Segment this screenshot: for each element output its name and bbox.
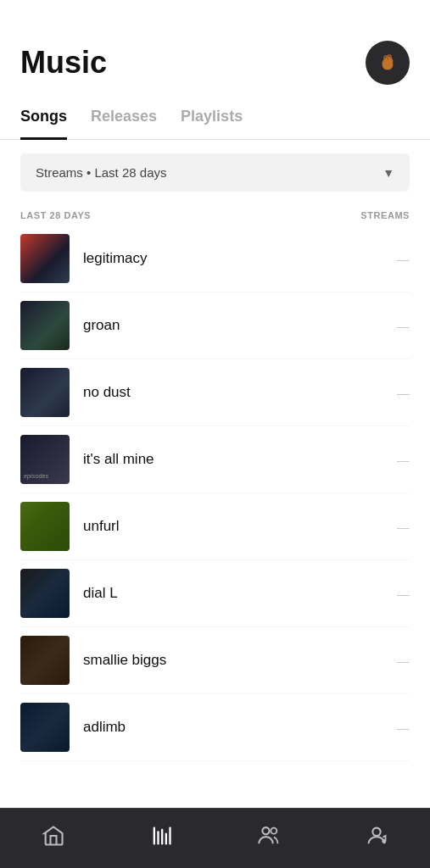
song-streams: — [376,654,410,668]
song-streams: — [376,520,410,534]
nav-profile[interactable] [356,821,397,851]
list-item[interactable]: episodes it's all mine — [20,426,410,493]
svg-point-6 [262,827,269,834]
song-thumbnail [20,368,70,417]
nav-home[interactable] [33,821,74,851]
tab-playlists[interactable]: Playlists [181,99,243,140]
bottom-nav [0,808,430,868]
song-name: legitimacy [70,250,376,267]
list-item[interactable]: groan — [20,292,410,359]
song-list: legitimacy — groan — no dust — episodes … [0,225,430,761]
song-name: it's all mine [70,451,376,468]
svg-point-8 [372,828,380,836]
song-name: dial L [70,585,376,602]
filter-dropdown[interactable]: Streams • Last 28 days ▼ [20,153,410,192]
svg-point-9 [383,840,385,843]
list-item[interactable]: smallie biggs — [20,627,410,694]
song-streams: — [376,721,410,735]
song-name: unfurl [70,518,376,535]
column-header-period: LAST 28 DAYS [20,210,91,220]
filter-label: Streams • Last 28 days [36,165,167,180]
list-item[interactable]: dial L — [20,560,410,627]
song-streams: — [376,587,410,601]
song-thumbnail: episodes [20,435,70,484]
song-thumbnail [20,569,70,618]
tab-releases[interactable]: Releases [91,99,157,140]
song-streams: — [376,319,410,333]
tabs: Songs Releases Playlists [0,98,430,140]
song-thumbnail [20,234,70,283]
song-name: adlimb [70,719,376,736]
svg-point-7 [271,828,276,834]
header: Music [0,0,430,98]
chevron-down-icon: ▼ [383,166,394,180]
list-item[interactable]: legitimacy — [20,225,410,292]
song-thumbnail [20,502,70,551]
page-title: Music [20,45,107,81]
column-header-streams: STREAMS [360,210,410,220]
thumb-overlay-text: episodes [24,473,48,479]
song-name: no dust [70,384,376,401]
song-thumbnail [20,703,70,752]
song-thumbnail [20,301,70,350]
song-streams: — [376,453,410,467]
list-item[interactable]: adlimb — [20,694,410,761]
nav-friends[interactable] [249,821,289,851]
song-streams: — [376,386,410,400]
nav-library[interactable] [141,821,181,851]
tab-songs[interactable]: Songs [20,99,67,140]
song-streams: — [376,252,410,266]
list-item[interactable]: unfurl — [20,493,410,560]
table-header: LAST 28 DAYS STREAMS [0,205,430,225]
song-name: groan [70,317,376,334]
song-thumbnail [20,636,70,685]
list-item[interactable]: no dust — [20,359,410,426]
avatar[interactable] [366,41,410,85]
song-name: smallie biggs [70,652,376,669]
